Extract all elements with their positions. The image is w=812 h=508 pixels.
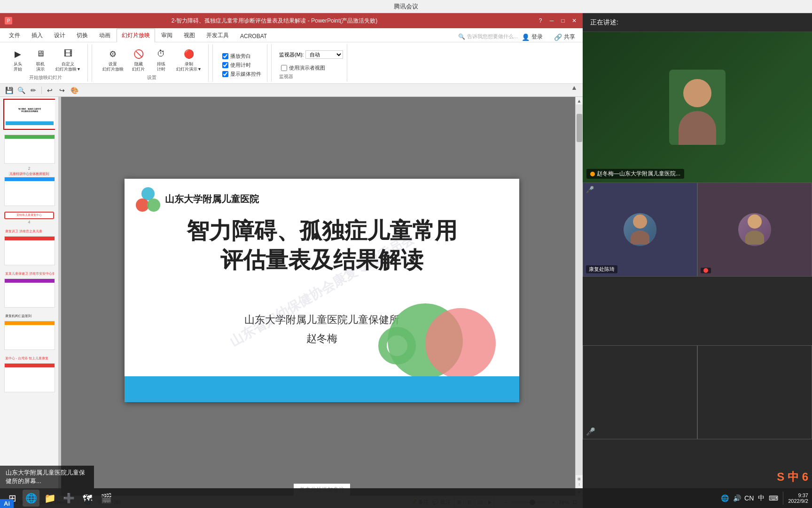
scroll-fit-btn[interactable]: ↕ — [578, 482, 580, 486]
participant-3-mic-btn: 🎤 — [586, 427, 595, 436]
slide-thumb-3[interactable]: 儿童特训中心全体教师签到 — [3, 174, 55, 209]
video-cell-2 — [697, 183, 812, 277]
redo-btn[interactable]: ↪ — [57, 85, 67, 95]
ribbon-group-setup: ⚙ 设置幻灯片放映 🚫 隐藏幻灯片 ⏱ 排练计时 🔴 录制幻灯片演示▼ 设置 — [96, 44, 209, 82]
ribbon-group-options: 播放旁白 使用计时 显示媒体控件 — [217, 44, 267, 82]
tab-slideshow[interactable]: 幻灯片放映 — [117, 29, 155, 42]
slide-decoration — [369, 289, 500, 383]
tab-developer[interactable]: 开发工具 — [201, 29, 234, 42]
search-icon: 🔍 — [458, 33, 465, 40]
taskbar: ⊞ 🌐 📁 ➕ 🗺 🎬 Ai 🌐 🔊 CN 中 ⌨ 9:37 2022/9/2 — [0, 488, 812, 508]
setup-slideshow-btn[interactable]: ⚙ 设置幻灯片放映 — [100, 45, 126, 74]
panel-header: 正在讲述: — [583, 13, 812, 32]
play-icon: ▶ — [10, 47, 25, 62]
tab-file[interactable]: 文件 — [4, 29, 25, 42]
window-controls: ? ─ □ ✕ — [537, 17, 578, 24]
browser-btn[interactable]: 🌐 — [23, 490, 39, 507]
tab-animations[interactable]: 动画 — [94, 29, 116, 42]
share-btn[interactable]: 🔗 共享 — [550, 32, 579, 42]
start-from-beginning-btn[interactable]: ▶ 从头开始 — [8, 45, 28, 74]
scroll-thumb — [577, 114, 582, 142]
slide-thumb-2[interactable]: 2 — [3, 132, 55, 172]
map-btn[interactable]: 🗺 — [79, 490, 96, 507]
hide-icon: 🚫 — [131, 47, 146, 62]
slide-canvas-container: 山东大学附属儿童医院 山东省妇幼保健协会康复专业委员会 智力障碍、孤独症儿童常用… — [61, 97, 583, 484]
vertical-scrollbar[interactable]: ▲ ⊞ ↕ ▼ — [575, 97, 583, 496]
tab-insert[interactable]: 插入 — [26, 29, 48, 42]
save-qa-btn[interactable]: 💾 — [4, 85, 14, 95]
tab-design[interactable]: 设计 — [49, 29, 70, 42]
help-btn[interactable]: ? — [537, 17, 544, 24]
clock-date: 2022/9/2 — [788, 498, 808, 504]
add-btn[interactable]: ➕ — [60, 490, 77, 507]
slide-bottom-bar — [125, 376, 519, 402]
video-grid: 🎤 康复处陈琦 — [583, 183, 812, 508]
find-qa-btn[interactable]: 🔍 — [16, 85, 26, 95]
person-body — [679, 111, 716, 145]
search-placeholder[interactable]: 告诉我您想要做什么... — [467, 33, 518, 40]
tab-transitions[interactable]: 切换 — [71, 29, 93, 42]
rehearse-timings-btn[interactable]: ⏱ 排练计时 — [151, 45, 172, 74]
login-btn[interactable]: 👤 登录 — [518, 32, 547, 42]
app-title: 腾讯会议 — [394, 2, 418, 11]
custom-icon: 🎞 — [61, 47, 76, 62]
tab-acrobat[interactable]: ACROBAT — [235, 30, 272, 42]
qa-separator — [41, 87, 42, 94]
slide-thumb-5[interactable]: 康复训卫 济南音之美儿童 — [3, 228, 55, 268]
undo-btn[interactable]: ↩ — [45, 85, 55, 95]
slide-thumb-6[interactable]: 某某儿童保健卫 济南市安安中心签到 — [3, 270, 55, 310]
video-background — [583, 32, 812, 183]
clock-time: 9:37 — [788, 492, 808, 498]
person-head — [683, 79, 711, 107]
checkbox-narration[interactable] — [222, 53, 228, 59]
meeting-logo: S 中 6 — [777, 469, 808, 484]
ribbon-group-monitor: 监视器(M): 自动 使用演示者视图 监视器 — [275, 44, 348, 82]
participant-1-avatar — [624, 213, 656, 246]
scroll-up-btn[interactable]: ▲ — [576, 97, 583, 104]
online-presentation-btn[interactable]: 🖥 联机演示 — [30, 45, 51, 74]
slide-thumb-7[interactable]: 康复机构仁益签到 — [3, 312, 55, 353]
format-qa-btn[interactable]: ✏ — [28, 85, 39, 95]
tray-network-icon[interactable]: 🌐 — [720, 493, 729, 503]
restore-btn[interactable]: □ — [559, 17, 567, 24]
mic-status-1: 🎤 — [586, 186, 594, 193]
hide-slide-btn[interactable]: 🚫 隐藏幻灯片 — [128, 45, 149, 74]
scroll-expand-btn[interactable]: ⊞ — [578, 477, 581, 481]
color-qa-btn[interactable]: 🎨 — [69, 85, 79, 95]
media-controls-label: 显示媒体控件 — [230, 71, 261, 78]
ribbon-tabs: 文件 插入 设计 切换 动画 幻灯片放映 审阅 视图 开发工具 ACROBAT … — [0, 28, 583, 42]
tray-ime-cn[interactable]: CN — [744, 493, 754, 503]
checkbox-timing[interactable] — [222, 62, 228, 68]
tray-ime-zh[interactable]: 中 — [757, 493, 766, 503]
participant-2-name — [701, 268, 711, 273]
video-btn[interactable]: 🎬 — [98, 490, 115, 507]
ai-label[interactable]: Ai — [0, 499, 14, 508]
slide-thumb-8[interactable]: 某中心 - 台湾添 智上儿童康复 — [3, 355, 55, 395]
slide-label-text: 儿童特训中心全体教师签到 — [4, 168, 54, 177]
minimize-btn[interactable]: ─ — [548, 17, 555, 24]
close-btn[interactable]: ✕ — [570, 17, 578, 24]
record-slideshow-btn[interactable]: 🔴 录制幻灯片演示▼ — [173, 45, 204, 74]
mic-muted-icon — [703, 268, 708, 273]
speaker-name-tag: 赵冬梅—山东大学附属儿童医院... — [586, 169, 684, 179]
custom-slideshow-btn[interactable]: 🎞 自定义幻灯片放映▼ — [53, 45, 84, 74]
ribbon-collapse-btn[interactable]: ▲ — [570, 83, 579, 92]
tray-volume-icon[interactable]: 🔊 — [732, 493, 742, 503]
group-start-label: 开始放映幻灯片 — [29, 74, 62, 81]
tab-view[interactable]: 视图 — [179, 29, 200, 42]
quick-access-toolbar: 💾 🔍 ✏ ↩ ↪ 🎨 — [0, 84, 583, 97]
ribbon-content: ▶ 从头开始 🖥 联机演示 🎞 自定义幻灯片放映▼ 开始放映幻灯片 ⚙ — [0, 42, 583, 84]
slide-logo-area: 山东大学附属儿童医院 — [136, 187, 259, 212]
monitor-select[interactable]: 自动 — [305, 50, 343, 59]
checkbox-media-controls[interactable] — [222, 71, 228, 77]
speaker-name: 赵冬梅—山东大学附属儿童医院... — [597, 170, 680, 178]
slide-thumb-4[interactable]: 某特殊儿童康复中心 4 — [3, 211, 55, 226]
checkbox-presenter-view[interactable] — [281, 65, 287, 71]
tray-keyboard-icon[interactable]: ⌨ — [769, 493, 778, 503]
tab-review[interactable]: 审阅 — [156, 29, 178, 42]
file-explorer-btn[interactable]: 📁 — [41, 490, 58, 507]
slide-thumb-1[interactable]: 智力障碍、孤独症儿童常用评估量表及结果解读 — [3, 99, 55, 130]
participant-1-bg — [583, 183, 697, 276]
taskbar-right: 🌐 🔊 CN 中 ⌨ 9:37 2022/9/2 — [720, 492, 808, 505]
deco-circle-pink — [425, 308, 496, 379]
